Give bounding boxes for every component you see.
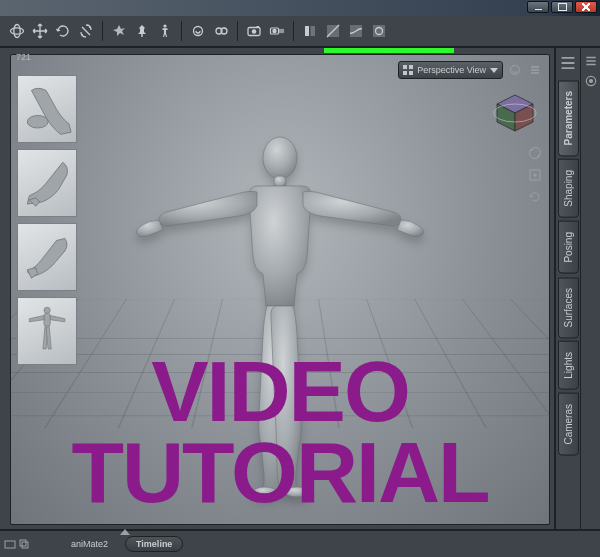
render-settings-button[interactable]	[210, 20, 232, 42]
undock-icon[interactable]	[18, 538, 30, 550]
svg-rect-35	[5, 541, 15, 548]
viewport-menu-button[interactable]	[527, 62, 543, 78]
layout-single-button[interactable]	[299, 20, 321, 42]
expand-panel-icon[interactable]	[120, 529, 130, 535]
app-frame: 721	[0, 16, 600, 557]
window-titlebar	[0, 0, 600, 16]
svg-rect-36	[20, 540, 26, 546]
dock-icon[interactable]	[4, 538, 16, 550]
drawstyle-wire-button[interactable]	[322, 20, 344, 42]
pin-tool-button[interactable]	[131, 20, 153, 42]
svg-point-11	[273, 29, 276, 32]
body-row: 721	[0, 48, 600, 529]
viewport-options-button[interactable]	[507, 62, 523, 78]
svg-point-31	[530, 148, 541, 159]
progress-bar	[324, 48, 454, 53]
tab-shaping[interactable]: Shaping	[558, 159, 579, 218]
scale-tool-button[interactable]	[75, 20, 97, 42]
active-pose-tool-button[interactable]	[108, 20, 130, 42]
toolbar-separator	[102, 21, 103, 41]
bottom-tab-bar: aniMate2 Timeline	[0, 529, 600, 557]
svg-rect-20	[274, 176, 286, 187]
toolbar-separator	[237, 21, 238, 41]
svg-rect-37	[22, 542, 28, 548]
scene-figure	[125, 130, 435, 502]
svg-rect-2	[141, 34, 142, 37]
tab-cameras[interactable]: Cameras	[558, 393, 579, 456]
right-tab-strip: Parameters Shaping Posing Surfaces Light…	[554, 48, 580, 529]
window-close-button[interactable]	[575, 1, 597, 13]
orbit-view-button[interactable]	[527, 145, 543, 161]
viewport-frame-label: 721	[16, 52, 31, 62]
tab-posing[interactable]: Posing	[558, 221, 579, 274]
view-selector-label: Perspective View	[417, 65, 486, 75]
svg-rect-14	[311, 26, 316, 36]
svg-rect-12	[280, 30, 284, 33]
panel-options-icon[interactable]	[584, 54, 598, 68]
window-maximize-button[interactable]	[551, 1, 573, 13]
panel-settings-icon[interactable]	[584, 74, 598, 88]
pose-thumbnail[interactable]	[17, 297, 77, 365]
svg-point-34	[589, 79, 592, 82]
pose-thumbnail[interactable]	[17, 223, 77, 291]
viewport-nav-icons	[527, 145, 543, 205]
right-edge-strip	[580, 48, 600, 529]
svg-point-24	[44, 308, 50, 314]
window-minimize-button[interactable]	[527, 1, 549, 13]
viewport-pane: 721	[6, 48, 554, 529]
svg-point-19	[263, 137, 297, 179]
tab-lights[interactable]: Lights	[558, 341, 579, 390]
view-selector-dropdown[interactable]: Perspective View	[398, 61, 503, 79]
grid-icon	[403, 65, 413, 75]
pose-thumbnail-strip	[17, 75, 77, 365]
tab-parameters[interactable]: Parameters	[558, 80, 579, 156]
svg-point-8	[252, 29, 257, 34]
pose-thumbnail[interactable]	[17, 75, 77, 143]
panel-menu-icon[interactable]	[559, 54, 577, 72]
svg-rect-17	[373, 25, 385, 37]
svg-point-23	[27, 116, 48, 129]
orbit-tool-button[interactable]	[6, 20, 28, 42]
svg-rect-25	[44, 314, 50, 327]
viewport-top-controls: Perspective View	[398, 61, 543, 79]
toolbar-separator	[293, 21, 294, 41]
drawstyle-smooth-button[interactable]	[345, 20, 367, 42]
tab-animate2[interactable]: aniMate2	[60, 536, 119, 552]
viewport-3d[interactable]: Perspective View	[10, 54, 550, 525]
svg-rect-13	[305, 26, 309, 36]
chevron-down-icon	[490, 68, 498, 73]
svg-point-3	[163, 24, 166, 27]
render-button[interactable]	[243, 20, 265, 42]
frame-view-button[interactable]	[527, 167, 543, 183]
tab-surfaces[interactable]: Surfaces	[558, 277, 579, 338]
svg-point-4	[194, 27, 203, 36]
svg-point-0	[11, 28, 24, 34]
reset-view-button[interactable]	[527, 189, 543, 205]
pose-thumbnail[interactable]	[17, 149, 77, 217]
view-cube[interactable]	[491, 89, 539, 137]
rotate-tool-button[interactable]	[52, 20, 74, 42]
svg-point-21	[253, 487, 277, 497]
figure-tool-button[interactable]	[154, 20, 176, 42]
camera-list-button[interactable]	[266, 20, 288, 42]
toolbar-separator	[181, 21, 182, 41]
tab-timeline[interactable]: Timeline	[125, 536, 183, 552]
main-toolbar	[0, 16, 600, 48]
svg-point-22	[285, 487, 309, 497]
drawstyle-texture-button[interactable]	[368, 20, 390, 42]
svg-rect-9	[257, 26, 260, 28]
svg-point-1	[14, 25, 20, 38]
spot-render-button[interactable]	[187, 20, 209, 42]
translate-tool-button[interactable]	[29, 20, 51, 42]
